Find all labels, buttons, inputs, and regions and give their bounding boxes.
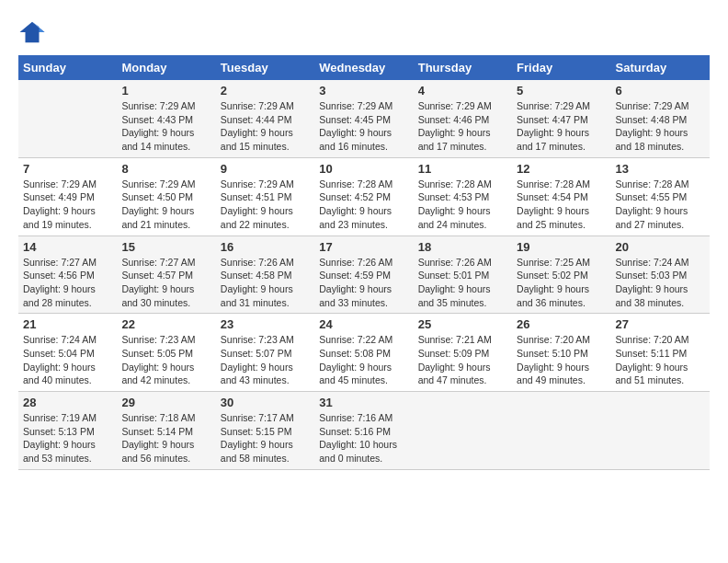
calendar-cell: 28Sunrise: 7:19 AM Sunset: 5:13 PM Dayli… xyxy=(18,392,117,470)
calendar-cell: 10Sunrise: 7:28 AM Sunset: 4:52 PM Dayli… xyxy=(314,157,413,236)
calendar-cell: 17Sunrise: 7:26 AM Sunset: 4:59 PM Dayli… xyxy=(314,236,413,314)
day-info: Sunrise: 7:29 AM Sunset: 4:46 PM Dayligh… xyxy=(418,99,507,154)
weekday-header-monday: Monday xyxy=(117,55,215,80)
day-info: Sunrise: 7:26 AM Sunset: 4:59 PM Dayligh… xyxy=(319,256,408,310)
day-info: Sunrise: 7:23 AM Sunset: 5:05 PM Dayligh… xyxy=(121,333,210,387)
calendar-cell: 25Sunrise: 7:21 AM Sunset: 5:09 PM Dayli… xyxy=(414,314,512,392)
calendar-cell: 6Sunrise: 7:29 AM Sunset: 4:48 PM Daylig… xyxy=(611,80,710,157)
day-info: Sunrise: 7:26 AM Sunset: 4:58 PM Dayligh… xyxy=(221,256,310,310)
day-number: 28 xyxy=(23,396,112,409)
calendar-week-row: 7Sunrise: 7:29 AM Sunset: 4:49 PM Daylig… xyxy=(18,157,710,236)
day-info: Sunrise: 7:29 AM Sunset: 4:43 PM Dayligh… xyxy=(121,99,210,154)
day-info: Sunrise: 7:20 AM Sunset: 5:10 PM Dayligh… xyxy=(517,333,606,387)
calendar-cell: 13Sunrise: 7:28 AM Sunset: 4:55 PM Dayli… xyxy=(611,157,710,236)
day-number: 6 xyxy=(616,84,705,98)
day-number: 17 xyxy=(319,240,408,254)
day-info: Sunrise: 7:28 AM Sunset: 4:54 PM Dayligh… xyxy=(517,178,606,232)
calendar-week-row: 21Sunrise: 7:24 AM Sunset: 5:04 PM Dayli… xyxy=(18,314,710,392)
day-number: 13 xyxy=(616,162,705,176)
calendar-cell: 21Sunrise: 7:24 AM Sunset: 5:04 PM Dayli… xyxy=(18,314,117,392)
calendar-cell: 22Sunrise: 7:23 AM Sunset: 5:05 PM Dayli… xyxy=(117,314,215,392)
page-header xyxy=(18,18,710,46)
calendar-cell: 26Sunrise: 7:20 AM Sunset: 5:10 PM Dayli… xyxy=(512,314,610,392)
calendar-week-row: 1Sunrise: 7:29 AM Sunset: 4:43 PM Daylig… xyxy=(18,80,710,157)
calendar-cell xyxy=(414,392,512,470)
day-number: 31 xyxy=(319,396,408,409)
calendar-cell: 29Sunrise: 7:18 AM Sunset: 5:14 PM Dayli… xyxy=(117,392,215,470)
day-number: 25 xyxy=(418,317,507,331)
calendar-cell: 30Sunrise: 7:17 AM Sunset: 5:15 PM Dayli… xyxy=(216,392,314,470)
day-info: Sunrise: 7:29 AM Sunset: 4:51 PM Dayligh… xyxy=(221,178,310,232)
day-number: 12 xyxy=(517,162,606,176)
day-number: 29 xyxy=(121,396,210,409)
day-info: Sunrise: 7:27 AM Sunset: 4:56 PM Dayligh… xyxy=(23,256,112,310)
calendar-cell: 4Sunrise: 7:29 AM Sunset: 4:46 PM Daylig… xyxy=(414,80,512,157)
day-number: 14 xyxy=(23,240,112,254)
day-number: 2 xyxy=(221,84,310,98)
day-number: 20 xyxy=(616,240,705,254)
day-number: 5 xyxy=(517,84,606,98)
calendar-cell: 1Sunrise: 7:29 AM Sunset: 4:43 PM Daylig… xyxy=(117,80,215,157)
calendar-cell xyxy=(611,392,710,470)
day-info: Sunrise: 7:24 AM Sunset: 5:04 PM Dayligh… xyxy=(23,333,112,387)
day-info: Sunrise: 7:27 AM Sunset: 4:57 PM Dayligh… xyxy=(121,256,210,310)
weekday-header-saturday: Saturday xyxy=(611,55,710,80)
calendar-cell: 24Sunrise: 7:22 AM Sunset: 5:08 PM Dayli… xyxy=(314,314,413,392)
day-info: Sunrise: 7:23 AM Sunset: 5:07 PM Dayligh… xyxy=(221,333,310,387)
day-number: 24 xyxy=(319,317,408,331)
day-info: Sunrise: 7:28 AM Sunset: 4:52 PM Dayligh… xyxy=(319,178,408,232)
calendar-cell: 27Sunrise: 7:20 AM Sunset: 5:11 PM Dayli… xyxy=(611,314,710,392)
day-number: 1 xyxy=(121,84,210,98)
day-number: 4 xyxy=(418,84,507,98)
day-info: Sunrise: 7:29 AM Sunset: 4:48 PM Dayligh… xyxy=(616,99,705,154)
day-info: Sunrise: 7:29 AM Sunset: 4:44 PM Dayligh… xyxy=(221,99,310,154)
day-info: Sunrise: 7:17 AM Sunset: 5:15 PM Dayligh… xyxy=(221,411,310,465)
calendar-cell: 8Sunrise: 7:29 AM Sunset: 4:50 PM Daylig… xyxy=(117,157,215,236)
weekday-header-tuesday: Tuesday xyxy=(216,55,314,80)
day-number: 9 xyxy=(221,162,310,176)
day-info: Sunrise: 7:16 AM Sunset: 5:16 PM Dayligh… xyxy=(319,411,408,465)
calendar-cell: 31Sunrise: 7:16 AM Sunset: 5:16 PM Dayli… xyxy=(314,392,413,470)
day-number: 27 xyxy=(616,317,705,331)
calendar-table: SundayMondayTuesdayWednesdayThursdayFrid… xyxy=(18,55,710,470)
weekday-header-thursday: Thursday xyxy=(414,55,512,80)
day-number: 15 xyxy=(121,240,210,254)
calendar-week-row: 14Sunrise: 7:27 AM Sunset: 4:56 PM Dayli… xyxy=(18,236,710,314)
calendar-cell: 9Sunrise: 7:29 AM Sunset: 4:51 PM Daylig… xyxy=(216,157,314,236)
calendar-cell: 7Sunrise: 7:29 AM Sunset: 4:49 PM Daylig… xyxy=(18,157,117,236)
day-number: 16 xyxy=(221,240,310,254)
day-info: Sunrise: 7:24 AM Sunset: 5:03 PM Dayligh… xyxy=(616,256,705,310)
day-info: Sunrise: 7:25 AM Sunset: 5:02 PM Dayligh… xyxy=(517,256,606,310)
day-info: Sunrise: 7:28 AM Sunset: 4:53 PM Dayligh… xyxy=(418,178,507,232)
calendar-cell: 11Sunrise: 7:28 AM Sunset: 4:53 PM Dayli… xyxy=(414,157,512,236)
day-info: Sunrise: 7:28 AM Sunset: 4:55 PM Dayligh… xyxy=(616,178,705,232)
calendar-cell: 5Sunrise: 7:29 AM Sunset: 4:47 PM Daylig… xyxy=(512,80,610,157)
day-number: 3 xyxy=(319,84,408,98)
day-info: Sunrise: 7:19 AM Sunset: 5:13 PM Dayligh… xyxy=(23,411,112,465)
weekday-header-sunday: Sunday xyxy=(18,55,117,80)
day-info: Sunrise: 7:29 AM Sunset: 4:49 PM Dayligh… xyxy=(23,178,112,232)
day-number: 22 xyxy=(121,317,210,331)
calendar-cell: 18Sunrise: 7:26 AM Sunset: 5:01 PM Dayli… xyxy=(414,236,512,314)
calendar-cell xyxy=(512,392,610,470)
day-info: Sunrise: 7:21 AM Sunset: 5:09 PM Dayligh… xyxy=(418,333,507,387)
day-number: 7 xyxy=(23,162,112,176)
calendar-cell: 12Sunrise: 7:28 AM Sunset: 4:54 PM Dayli… xyxy=(512,157,610,236)
calendar-cell: 20Sunrise: 7:24 AM Sunset: 5:03 PM Dayli… xyxy=(611,236,710,314)
calendar-cell: 3Sunrise: 7:29 AM Sunset: 4:45 PM Daylig… xyxy=(314,80,413,157)
day-number: 21 xyxy=(23,317,112,331)
calendar-cell: 19Sunrise: 7:25 AM Sunset: 5:02 PM Dayli… xyxy=(512,236,610,314)
day-number: 10 xyxy=(319,162,408,176)
day-number: 19 xyxy=(517,240,606,254)
calendar-cell: 23Sunrise: 7:23 AM Sunset: 5:07 PM Dayli… xyxy=(216,314,314,392)
calendar-cell: 16Sunrise: 7:26 AM Sunset: 4:58 PM Dayli… xyxy=(216,236,314,314)
day-number: 11 xyxy=(418,162,507,176)
calendar-cell: 14Sunrise: 7:27 AM Sunset: 4:56 PM Dayli… xyxy=(18,236,117,314)
day-info: Sunrise: 7:22 AM Sunset: 5:08 PM Dayligh… xyxy=(319,333,408,387)
day-number: 18 xyxy=(418,240,507,254)
weekday-header-friday: Friday xyxy=(512,55,610,80)
calendar-cell: 15Sunrise: 7:27 AM Sunset: 4:57 PM Dayli… xyxy=(117,236,215,314)
day-info: Sunrise: 7:20 AM Sunset: 5:11 PM Dayligh… xyxy=(616,333,705,387)
day-number: 26 xyxy=(517,317,606,331)
logo xyxy=(18,18,48,46)
